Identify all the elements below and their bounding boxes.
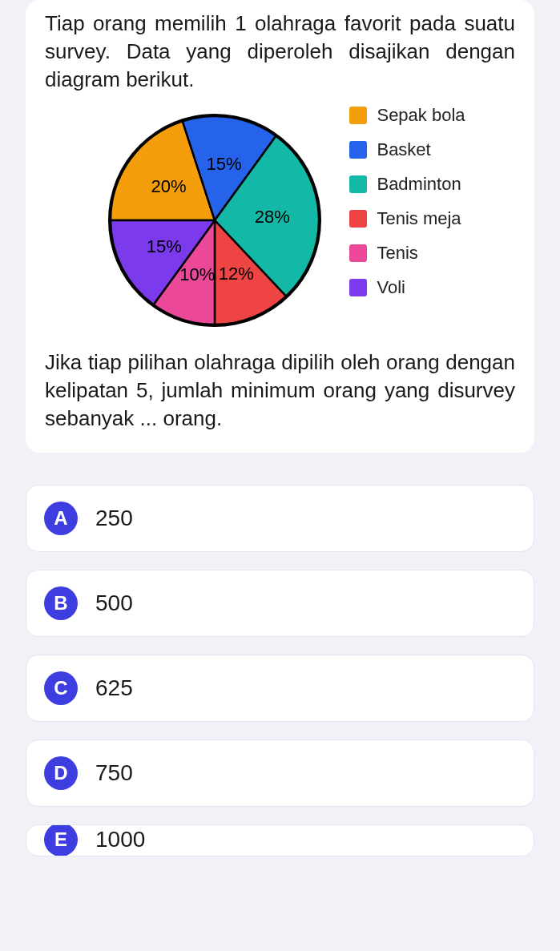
legend-item: Badminton bbox=[349, 174, 465, 195]
pie-chart: 20%15%28%12%10%15% bbox=[95, 100, 335, 341]
answer-option[interactable]: A250 bbox=[26, 485, 534, 552]
option-text: 250 bbox=[95, 506, 133, 531]
pie-slice-label: 28% bbox=[255, 207, 290, 228]
option-letter-badge: E bbox=[44, 824, 78, 856]
question-text-before: Tiap orang memilih 1 olahraga favorit pa… bbox=[45, 10, 515, 94]
option-letter-badge: C bbox=[44, 671, 78, 705]
pie-slice-label: 20% bbox=[151, 176, 187, 197]
option-text: 500 bbox=[95, 590, 133, 616]
chart-row: 20%15%28%12%10%15% Sepak bolaBasketBadmi… bbox=[45, 100, 515, 341]
question-card: Tiap orang memilih 1 olahraga favorit pa… bbox=[26, 0, 534, 453]
answer-option[interactable]: B500 bbox=[26, 570, 534, 637]
legend-swatch bbox=[349, 141, 367, 159]
answer-option[interactable]: D750 bbox=[26, 739, 534, 807]
legend-swatch bbox=[349, 244, 367, 262]
legend-swatch bbox=[349, 175, 367, 193]
answer-option[interactable]: E1000 bbox=[26, 824, 534, 856]
legend-label: Sepak bola bbox=[377, 105, 465, 126]
answer-option[interactable]: C625 bbox=[26, 655, 534, 722]
legend-label: Voli bbox=[377, 277, 405, 298]
option-text: 625 bbox=[95, 675, 133, 701]
option-text: 750 bbox=[95, 760, 133, 786]
legend-label: Tenis bbox=[377, 243, 417, 264]
legend-swatch bbox=[349, 210, 367, 228]
legend-swatch bbox=[349, 107, 367, 124]
pie-slice-label: 12% bbox=[219, 264, 254, 284]
legend-item: Sepak bola bbox=[349, 105, 465, 126]
question-text-after: Jika tiap pilihan olahraga dipilih oleh … bbox=[45, 349, 515, 433]
option-text: 1000 bbox=[95, 827, 145, 852]
option-letter-badge: A bbox=[44, 502, 78, 535]
legend-item: Tenis bbox=[349, 243, 465, 264]
legend-label: Basket bbox=[377, 139, 430, 160]
legend-item: Voli bbox=[349, 277, 465, 298]
pie-svg bbox=[95, 100, 335, 341]
answer-options: A250B500C625D750E1000 bbox=[26, 485, 534, 856]
pie-slice-label: 10% bbox=[179, 264, 215, 285]
legend-item: Tenis meja bbox=[349, 208, 465, 229]
option-letter-badge: D bbox=[44, 756, 78, 790]
legend-label: Badminton bbox=[377, 174, 461, 195]
legend-item: Basket bbox=[349, 139, 465, 160]
legend-swatch bbox=[349, 279, 367, 296]
pie-slice-label: 15% bbox=[207, 154, 242, 175]
chart-legend: Sepak bolaBasketBadmintonTenis mejaTenis… bbox=[349, 100, 465, 298]
option-letter-badge: B bbox=[44, 586, 78, 620]
legend-label: Tenis meja bbox=[377, 208, 461, 229]
pie-slice-label: 15% bbox=[147, 236, 182, 257]
